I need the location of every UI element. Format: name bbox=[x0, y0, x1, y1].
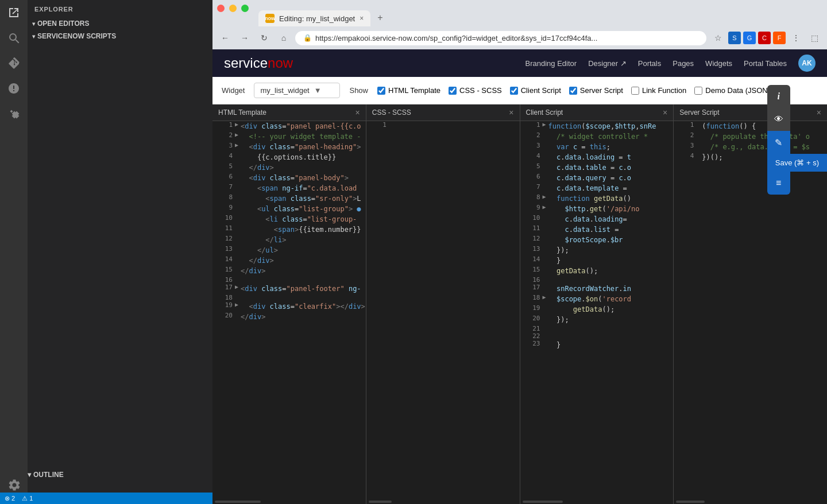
code-line: 1 bbox=[366, 121, 520, 129]
extensions-icon[interactable] bbox=[6, 106, 22, 122]
home-btn[interactable]: ⌂ bbox=[276, 30, 292, 46]
html-scrollbar-thumb bbox=[215, 501, 261, 503]
cast-btn[interactable]: ⬚ bbox=[806, 30, 822, 46]
address-bar[interactable]: 🔒 https://empakooi.service-now.com/sp_co… bbox=[295, 31, 706, 45]
save-btn[interactable]: Save (⌘ + s) bbox=[767, 154, 827, 172]
nav-widgets[interactable]: Widgets bbox=[705, 59, 732, 68]
client-editor-pane: Client Script × 1▶function($scope,$http,… bbox=[520, 104, 674, 504]
css-editor-close[interactable]: × bbox=[509, 108, 513, 117]
css-editor-body[interactable]: 1 bbox=[366, 121, 520, 499]
open-editors-header[interactable]: ▾ OPEN EDITORS bbox=[28, 17, 212, 30]
code-line: 4 c.data.loading = t bbox=[520, 152, 674, 162]
link-checkbox-input[interactable] bbox=[631, 87, 639, 95]
back-btn[interactable]: ← bbox=[217, 30, 233, 46]
nav-portals[interactable]: Portals bbox=[638, 59, 661, 68]
code-line: 10 c.data.loading= bbox=[520, 214, 674, 224]
code-line: 3 var c = this; bbox=[520, 142, 674, 152]
code-line: 11 <span>{{item.number}} bbox=[212, 224, 366, 235]
client-checkbox-input[interactable] bbox=[510, 87, 518, 95]
html-checkbox[interactable]: HTML Template bbox=[377, 86, 440, 95]
refresh-btn[interactable]: ↻ bbox=[256, 30, 272, 46]
warning-icon: ⚠ bbox=[22, 495, 28, 502]
server-checkbox[interactable]: Server Script bbox=[569, 86, 623, 95]
git-icon[interactable] bbox=[6, 55, 22, 71]
new-tab-btn[interactable]: + bbox=[372, 9, 388, 26]
show-options: HTML Template CSS - SCSS Client Script S… bbox=[377, 86, 770, 95]
code-line: 11 c.data.list = bbox=[520, 224, 674, 235]
code-line: 14 </div> bbox=[212, 255, 366, 266]
nav-portal-tables[interactable]: Portal Tables bbox=[744, 59, 787, 68]
menu-btn[interactable]: ≡ bbox=[767, 172, 790, 195]
maximize-window-btn[interactable] bbox=[241, 5, 249, 12]
link-checkbox[interactable]: Link Function bbox=[631, 86, 686, 95]
demo-label: Demo Data (JSON) bbox=[705, 86, 770, 95]
widget-label: Widget bbox=[222, 86, 245, 95]
nav-branding-editor[interactable]: Branding Editor bbox=[525, 59, 577, 68]
css-checkbox[interactable]: CSS - SCSS bbox=[449, 86, 502, 95]
sn-logo: servicenow bbox=[224, 55, 293, 71]
client-scrollbar-thumb bbox=[523, 501, 563, 503]
info-btn[interactable]: i bbox=[767, 85, 790, 108]
html-editor-pane: HTML Template × 1▶<div class="panel pane… bbox=[212, 104, 366, 504]
ext-btn2[interactable]: G bbox=[743, 32, 756, 44]
css-scrollbar-thumb bbox=[369, 501, 392, 503]
client-checkbox[interactable]: Client Script bbox=[510, 86, 561, 95]
client-editor-title: Client Script bbox=[526, 108, 563, 117]
browser-tab[interactable]: now Editing: my_list_widget × bbox=[258, 10, 370, 26]
gear-icon[interactable] bbox=[6, 476, 22, 493]
minimize-window-btn[interactable] bbox=[229, 5, 237, 12]
html-scrollbar[interactable] bbox=[212, 499, 366, 504]
code-line: 1▶function($scope,$http,snRe bbox=[520, 121, 674, 131]
html-editor-close[interactable]: × bbox=[355, 108, 360, 117]
server-editor-title: Server Script bbox=[679, 108, 719, 117]
html-editor-body[interactable]: 1▶<div class="panel panel-{{c.o 2▶ <!-- … bbox=[212, 121, 366, 499]
edit-active-btn[interactable]: ✎ bbox=[767, 131, 790, 154]
settings-btn[interactable]: ⋮ bbox=[788, 30, 804, 46]
tab-close-btn[interactable]: × bbox=[360, 14, 364, 22]
sn-scripts-header[interactable]: ▾ SERVICENOW SCRIPTS bbox=[28, 30, 212, 42]
close-window-btn[interactable] bbox=[217, 5, 225, 12]
demo-checkbox[interactable]: Demo Data (JSON) bbox=[694, 86, 770, 95]
browser-chrome: now Editing: my_list_widget × + ← → ↻ ⌂ … bbox=[212, 0, 827, 49]
ext-btn1[interactable]: S bbox=[728, 32, 741, 44]
floating-buttons: i 👁 ✎ Save (⌘ + s) ≡ bbox=[767, 85, 827, 195]
outline-header[interactable]: ▾ OUTLINE bbox=[28, 471, 212, 479]
client-editor-body[interactable]: 1▶function($scope,$http,snRe 2 /* widget… bbox=[520, 121, 674, 499]
server-scrollbar-thumb bbox=[676, 501, 705, 503]
preview-btn[interactable]: 👁 bbox=[767, 108, 790, 131]
nav-designer[interactable]: Designer ↗ bbox=[588, 59, 627, 68]
address-bar-row: ← → ↻ ⌂ 🔒 https://empakooi.service-now.c… bbox=[212, 26, 827, 49]
code-line: 2▶ <!-- your widget template - bbox=[212, 131, 366, 142]
browser-area: now Editing: my_list_widget × + ← → ↻ ⌂ … bbox=[212, 0, 827, 504]
code-line: 20 }); bbox=[520, 315, 674, 325]
client-editor-header: Client Script × bbox=[520, 104, 674, 121]
errors-status[interactable]: ⊗ 2 bbox=[5, 495, 15, 502]
client-editor-close[interactable]: × bbox=[663, 108, 667, 117]
client-scrollbar[interactable] bbox=[520, 499, 674, 504]
debug-icon[interactable] bbox=[6, 80, 22, 96]
css-checkbox-input[interactable] bbox=[449, 87, 457, 95]
explorer-icon[interactable] bbox=[6, 5, 22, 21]
url-text: https://empakooi.service-now.com/sp_conf… bbox=[315, 34, 597, 42]
nav-pages[interactable]: Pages bbox=[673, 59, 694, 68]
warnings-status[interactable]: ⚠ 1 bbox=[22, 495, 33, 502]
demo-checkbox-input[interactable] bbox=[694, 87, 702, 95]
forward-btn[interactable]: → bbox=[237, 30, 253, 46]
ext-btn3[interactable]: C bbox=[758, 32, 771, 44]
html-checkbox-input[interactable] bbox=[377, 87, 385, 95]
user-avatar[interactable]: AK bbox=[798, 55, 816, 72]
code-line: 13 </ul> bbox=[212, 245, 366, 255]
ext-btn4[interactable]: F bbox=[773, 32, 786, 44]
code-line: 15 getData(); bbox=[520, 266, 674, 276]
server-scrollbar[interactable] bbox=[674, 499, 827, 504]
code-line: 21 bbox=[520, 325, 674, 332]
error-count: 2 bbox=[11, 495, 15, 502]
code-line: 9 <ul class="list-group"> ● bbox=[212, 204, 366, 214]
code-line: 19▶ <div class="clearfix"></div> bbox=[212, 301, 366, 312]
search-icon[interactable] bbox=[6, 30, 22, 46]
widget-select[interactable]: my_list_widget ▼ bbox=[254, 83, 340, 98]
bookmark-btn[interactable]: ☆ bbox=[710, 30, 726, 46]
server-checkbox-input[interactable] bbox=[569, 87, 577, 95]
tab-bar: now Editing: my_list_widget × + bbox=[212, 5, 827, 26]
css-scrollbar[interactable] bbox=[366, 499, 520, 504]
